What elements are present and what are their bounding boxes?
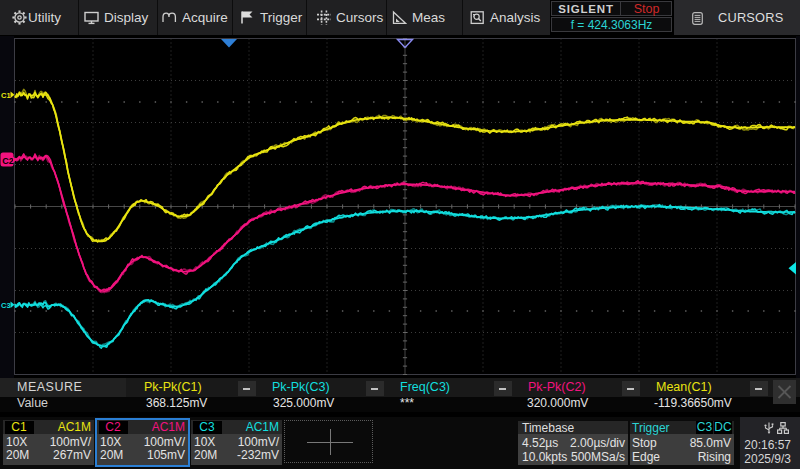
svg-text:C2: C2 [2, 156, 14, 166]
svg-text:C3: C3 [1, 301, 11, 310]
svg-text:C1: C1 [1, 91, 11, 100]
